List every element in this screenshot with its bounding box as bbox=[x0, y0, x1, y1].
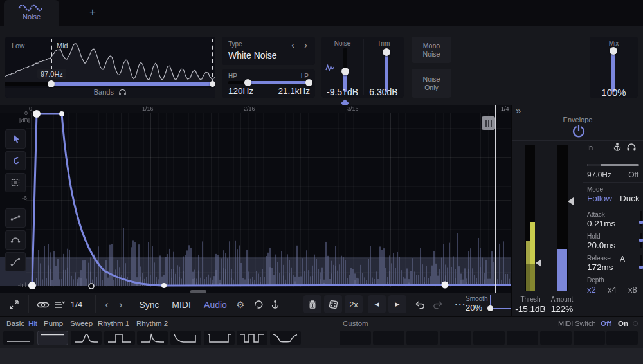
tool-arc-button[interactable] bbox=[5, 230, 26, 250]
thresh-value[interactable]: -15.1dB bbox=[511, 304, 550, 314]
custom-slot-5[interactable] bbox=[473, 331, 505, 345]
depth-x2-button[interactable]: x2 bbox=[587, 285, 596, 295]
type-next-button[interactable]: › bbox=[304, 39, 307, 50]
noise-only-button[interactable]: Noise Only bbox=[412, 69, 451, 98]
tab-noise[interactable]: Noise bbox=[4, 0, 59, 26]
amount-marker[interactable] bbox=[568, 197, 574, 205]
lp-handle[interactable] bbox=[305, 79, 312, 86]
tool-scurve-button[interactable] bbox=[5, 252, 26, 271]
link-button[interactable] bbox=[35, 293, 51, 316]
type-value[interactable]: White Noise bbox=[228, 50, 276, 60]
envelope-path[interactable] bbox=[32, 114, 511, 286]
category-basic[interactable]: Basic bbox=[6, 320, 24, 327]
midi-switch-on-button[interactable]: On bbox=[618, 320, 628, 327]
custom-slot-2[interactable] bbox=[373, 331, 404, 345]
band-end-line[interactable] bbox=[212, 39, 213, 84]
shape-smooth-dip[interactable] bbox=[270, 331, 301, 345]
tool-line-button[interactable] bbox=[5, 208, 26, 228]
settings-button[interactable]: ⚙ bbox=[233, 293, 248, 316]
band-high-handle[interactable] bbox=[210, 81, 215, 87]
panel-collapse-button[interactable]: » bbox=[516, 105, 521, 116]
undo-button[interactable] bbox=[412, 293, 428, 316]
in-freq-value[interactable]: 97.0Hz bbox=[587, 170, 611, 179]
mix-fader-handle[interactable] bbox=[610, 47, 617, 55]
clear-button[interactable] bbox=[303, 295, 322, 313]
new-tab-button[interactable]: + bbox=[86, 6, 99, 20]
envelope-node[interactable] bbox=[33, 110, 41, 118]
custom-slot-1[interactable] bbox=[340, 331, 371, 345]
in-off-value[interactable]: Off bbox=[628, 170, 638, 179]
envelope-node[interactable] bbox=[59, 111, 64, 116]
shape-flat-low[interactable] bbox=[3, 331, 34, 345]
pattern-length-grip[interactable] bbox=[482, 116, 495, 130]
rate-next-button[interactable]: › bbox=[116, 293, 126, 316]
pattern-end-line[interactable] bbox=[495, 105, 496, 293]
redo-button[interactable] bbox=[430, 293, 446, 316]
tool-select-button[interactable] bbox=[5, 129, 26, 149]
expand-button[interactable] bbox=[6, 293, 22, 316]
bands-headphones-icon[interactable] bbox=[118, 88, 127, 96]
depth-x4-button[interactable]: x4 bbox=[608, 285, 617, 295]
envelope-curve[interactable] bbox=[0, 105, 511, 293]
custom-slot-7[interactable] bbox=[540, 331, 572, 345]
amount-value[interactable]: 122% bbox=[546, 304, 578, 314]
custom-slot-9[interactable] bbox=[606, 331, 638, 345]
type-prev-button[interactable]: ‹ bbox=[291, 39, 294, 50]
hold-value[interactable]: 20.0ms bbox=[587, 241, 615, 250]
custom-slot-3[interactable] bbox=[406, 331, 438, 345]
shift-right-button[interactable]: ▶ bbox=[388, 295, 406, 313]
smooth-value[interactable]: 20% bbox=[466, 303, 482, 313]
envelope-node[interactable] bbox=[28, 282, 36, 289]
category-rhythm1[interactable]: Rhythm 1 bbox=[98, 320, 129, 327]
release-mini-handle[interactable] bbox=[639, 266, 643, 269]
sidechain-input-icon[interactable] bbox=[612, 142, 622, 152]
rate-prev-button[interactable]: ‹ bbox=[102, 293, 112, 316]
release-value[interactable]: 172ms bbox=[587, 262, 613, 272]
category-hit[interactable]: Hit bbox=[28, 320, 37, 327]
tool-marquee-button[interactable] bbox=[5, 173, 26, 192]
rate-value[interactable]: 1/4 bbox=[67, 293, 86, 316]
depth-x8-button[interactable]: x8 bbox=[628, 285, 637, 295]
audio-tab[interactable]: Audio bbox=[201, 293, 230, 316]
tool-curve-button[interactable] bbox=[5, 151, 26, 170]
smooth-handle[interactable] bbox=[487, 305, 493, 311]
attack-mini-slider[interactable] bbox=[640, 211, 642, 226]
shape-decay[interactable] bbox=[170, 331, 201, 345]
band-slider-range[interactable] bbox=[51, 82, 213, 86]
custom-slot-8[interactable] bbox=[574, 331, 605, 345]
trigger-button[interactable] bbox=[267, 293, 283, 316]
shape-hit[interactable] bbox=[137, 331, 168, 345]
release-auto-button[interactable]: A bbox=[620, 255, 625, 264]
shape-bump[interactable] bbox=[71, 331, 102, 345]
shape-gate[interactable] bbox=[204, 331, 235, 345]
mode-follow-button[interactable]: Follow bbox=[587, 194, 612, 203]
thresh-marker[interactable] bbox=[536, 259, 541, 267]
filter-slider-range[interactable] bbox=[248, 81, 309, 84]
mono-noise-button[interactable]: Mono Noise bbox=[412, 37, 451, 63]
custom-slot-6[interactable] bbox=[507, 331, 538, 345]
category-pump[interactable]: Pump bbox=[44, 320, 63, 327]
envelope-tension-handle[interactable] bbox=[89, 284, 94, 289]
double-button[interactable]: 2x bbox=[345, 295, 363, 313]
trim-fader-handle[interactable] bbox=[383, 48, 390, 56]
category-rhythm2[interactable]: Rhythm 2 bbox=[136, 320, 168, 327]
category-sweep[interactable]: Sweep bbox=[70, 320, 93, 327]
midi-switch-off-button[interactable]: Off bbox=[601, 320, 611, 327]
shape-pulse[interactable] bbox=[104, 331, 135, 345]
randomize-button[interactable] bbox=[324, 295, 342, 313]
shape-square-wave[interactable] bbox=[237, 331, 267, 345]
band-low-handle[interactable] bbox=[48, 80, 55, 87]
envelope-power-button[interactable] bbox=[571, 123, 586, 139]
loop-button[interactable] bbox=[251, 293, 266, 316]
hp-handle[interactable] bbox=[244, 79, 251, 86]
pattern-menu-button[interactable] bbox=[51, 293, 67, 316]
envelope-node[interactable] bbox=[442, 282, 449, 289]
noise-fader-handle[interactable] bbox=[341, 68, 349, 75]
midi-tab[interactable]: MIDI bbox=[167, 293, 195, 316]
shift-left-button[interactable]: ◀ bbox=[368, 295, 386, 313]
listen-headphones-icon[interactable] bbox=[626, 142, 637, 152]
hold-mini-handle[interactable] bbox=[639, 239, 643, 242]
attack-value[interactable]: 0.21ms bbox=[587, 219, 615, 228]
sync-tab[interactable]: Sync bbox=[135, 293, 163, 316]
shape-flat-high[interactable] bbox=[37, 331, 68, 345]
